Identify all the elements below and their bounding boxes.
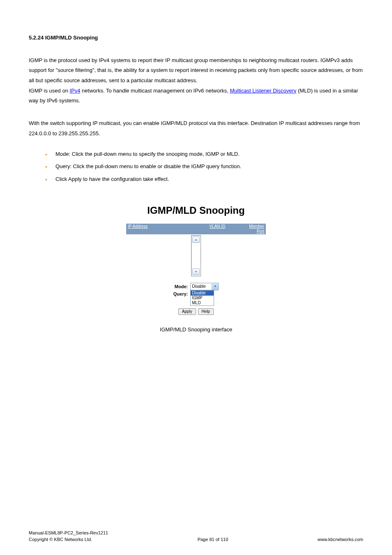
- query-option-igmp[interactable]: IGMP: [191, 296, 214, 301]
- col-member-port: Member Port: [240, 224, 266, 234]
- scroll-down-icon[interactable]: ▾: [192, 268, 200, 275]
- apply-button[interactable]: Apply: [178, 308, 196, 315]
- footer-left: Manual-ESML8P-PC2_Series-Rev1211 Copyrig…: [29, 530, 108, 543]
- query-option-mld[interactable]: MLD: [191, 301, 214, 305]
- chevron-down-icon: ▼: [212, 284, 218, 290]
- scroll-up-icon[interactable]: ▴: [192, 236, 200, 243]
- query-option-disable[interactable]: Disable: [191, 291, 214, 296]
- footer-url: www.kbcnetworks.com: [318, 536, 363, 543]
- section-heading: 5.2.24 IGMP/MLD Snooping: [29, 33, 363, 43]
- mode-value: Disable: [192, 284, 205, 289]
- footer-manual: Manual-ESML8P-PC2_Series-Rev1211: [29, 530, 108, 535]
- controls-row: Mode: Query: Disable ▼ Disable IGMP MLD: [126, 283, 266, 306]
- text-fragment: IGMP is used on: [29, 88, 69, 94]
- col-vlan-id: VLAN ID: [195, 224, 240, 234]
- paragraph-igmp-intro: IGMP is the protocol used by IPv4 system…: [29, 56, 363, 86]
- query-label: Query:: [173, 290, 188, 298]
- multicast-listbox[interactable]: ▴ ▾: [191, 235, 201, 276]
- footer-page: Page 81 of 110: [108, 536, 318, 543]
- paragraph-switch-multicast: With the switch supporting IP multicast,…: [29, 118, 363, 139]
- link-mld[interactable]: Multicast Listener Discovery: [230, 88, 296, 94]
- link-ipv4[interactable]: IPv4: [69, 88, 80, 94]
- page-footer: Manual-ESML8P-PC2_Series-Rev1211 Copyrig…: [29, 530, 363, 543]
- list-item: Click Apply to have the configuration ta…: [45, 174, 363, 185]
- footer-copyright: Copyright © KBC Networks Ltd.: [29, 537, 92, 542]
- list-item: Mode: Click the pull-down menu to specif…: [45, 149, 363, 160]
- table-header: IP Address VLAN ID Member Port: [126, 224, 266, 234]
- mode-select[interactable]: Disable ▼: [190, 283, 219, 290]
- query-select[interactable]: Disable IGMP MLD: [190, 290, 214, 306]
- listbox-area: ▴ ▾: [126, 234, 266, 280]
- help-button[interactable]: Help: [198, 308, 214, 315]
- control-labels: Mode: Query:: [173, 283, 188, 298]
- button-row: Apply Help: [126, 308, 266, 315]
- control-inputs: Disable ▼ Disable IGMP MLD: [190, 283, 219, 306]
- figure-caption: IGMP/MLD Snooping interface: [29, 325, 363, 335]
- bullet-list: Mode: Click the pull-down menu to specif…: [29, 149, 363, 185]
- figure-title: IGMP/MLD Snooping: [29, 201, 363, 220]
- text-fragment: networks. To handle multicast management…: [81, 88, 230, 94]
- paragraph-igmp-ipv4: IGMP is used on IPv4 networks. To handle…: [29, 86, 363, 106]
- figure-inner: IP Address VLAN ID Member Port ▴ ▾ Mode:…: [126, 224, 266, 315]
- figure-wrap: IGMP/MLD Snooping IP Address VLAN ID Mem…: [29, 201, 363, 335]
- mode-label: Mode:: [173, 283, 188, 290]
- col-ip-address: IP Address: [126, 224, 195, 234]
- list-item: Query: Click the pull-down menu to enabl…: [45, 162, 363, 172]
